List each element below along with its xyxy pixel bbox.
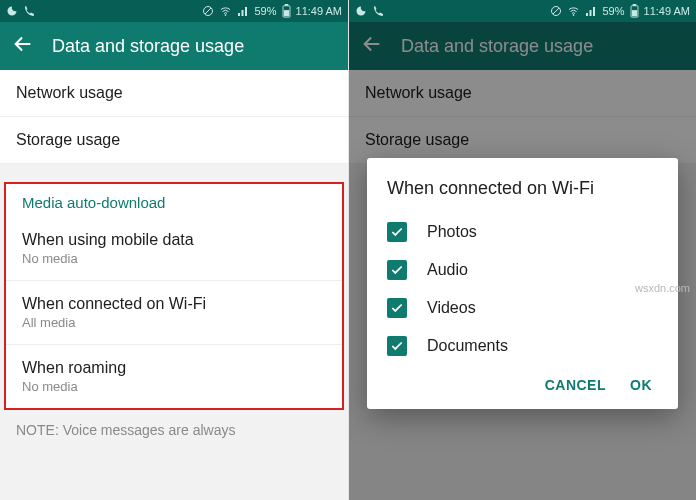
moon-icon bbox=[6, 5, 18, 17]
wifi-media-dialog: When connected on Wi-Fi Photos Audio Vid… bbox=[367, 158, 678, 409]
checkbox-checked-icon[interactable] bbox=[387, 260, 407, 280]
signal-icon bbox=[585, 5, 597, 17]
status-bar: 59% 11:49 AM bbox=[349, 0, 696, 22]
checkbox-checked-icon[interactable] bbox=[387, 336, 407, 356]
battery-percent: 59% bbox=[254, 5, 276, 17]
item-mobile-data[interactable]: When using mobile data No media bbox=[6, 217, 342, 281]
back-icon[interactable] bbox=[12, 33, 34, 59]
svg-rect-10 bbox=[632, 4, 636, 6]
dialog-actions: CANCEL OK bbox=[387, 365, 658, 401]
battery-icon bbox=[282, 4, 291, 18]
svg-line-1 bbox=[205, 8, 211, 14]
item-wifi[interactable]: When connected on Wi-Fi All media bbox=[6, 281, 342, 345]
battery-icon bbox=[630, 4, 639, 18]
item-sublabel: No media bbox=[22, 251, 326, 266]
clock-time: 11:49 AM bbox=[644, 5, 690, 17]
settings-list: Network usage Storage usage bbox=[0, 70, 348, 164]
phone-left: 59% 11:49 AM Data and storage usage Netw… bbox=[0, 0, 348, 500]
item-storage-usage[interactable]: Storage usage bbox=[0, 117, 348, 164]
dnd-icon bbox=[550, 5, 562, 17]
phone-icon bbox=[372, 5, 384, 17]
item-label: Network usage bbox=[16, 84, 332, 102]
signal-icon bbox=[237, 5, 249, 17]
svg-point-8 bbox=[573, 15, 574, 16]
dialog-title: When connected on Wi-Fi bbox=[387, 178, 658, 199]
item-label: When connected on Wi-Fi bbox=[22, 295, 326, 313]
section-header-media: Media auto-download bbox=[6, 184, 342, 217]
clock-time: 11:49 AM bbox=[296, 5, 342, 17]
status-bar: 59% 11:49 AM bbox=[0, 0, 348, 22]
option-label: Documents bbox=[427, 337, 508, 355]
phone-icon bbox=[23, 5, 35, 17]
option-audio[interactable]: Audio bbox=[387, 251, 658, 289]
cancel-button[interactable]: CANCEL bbox=[545, 377, 606, 393]
moon-icon bbox=[355, 5, 367, 17]
item-sublabel: No media bbox=[22, 379, 326, 394]
wifi-icon bbox=[219, 5, 232, 17]
wifi-icon bbox=[567, 5, 580, 17]
checkbox-checked-icon[interactable] bbox=[387, 222, 407, 242]
option-label: Videos bbox=[427, 299, 476, 317]
toolbar: Data and storage usage bbox=[0, 22, 348, 70]
svg-point-2 bbox=[225, 15, 226, 16]
page-title: Data and storage usage bbox=[52, 36, 244, 57]
option-photos[interactable]: Photos bbox=[387, 213, 658, 251]
option-videos[interactable]: Videos bbox=[387, 289, 658, 327]
option-label: Audio bbox=[427, 261, 468, 279]
item-label: When using mobile data bbox=[22, 231, 326, 249]
item-label: When roaming bbox=[22, 359, 326, 377]
checkbox-checked-icon[interactable] bbox=[387, 298, 407, 318]
note-text: NOTE: Voice messages are always bbox=[0, 410, 348, 450]
phone-right: 59% 11:49 AM Data and storage usage Netw… bbox=[348, 0, 696, 500]
svg-rect-5 bbox=[283, 10, 288, 16]
svg-rect-4 bbox=[284, 4, 288, 6]
media-auto-download-highlight: Media auto-download When using mobile da… bbox=[4, 182, 344, 410]
item-roaming[interactable]: When roaming No media bbox=[6, 345, 342, 408]
item-label: Storage usage bbox=[16, 131, 332, 149]
svg-rect-11 bbox=[631, 10, 636, 16]
option-label: Photos bbox=[427, 223, 477, 241]
battery-percent: 59% bbox=[602, 5, 624, 17]
item-sublabel: All media bbox=[22, 315, 326, 330]
svg-line-7 bbox=[553, 8, 559, 14]
section-spacer bbox=[0, 164, 348, 182]
dnd-icon bbox=[202, 5, 214, 17]
item-network-usage[interactable]: Network usage bbox=[0, 70, 348, 117]
ok-button[interactable]: OK bbox=[630, 377, 652, 393]
option-documents[interactable]: Documents bbox=[387, 327, 658, 365]
